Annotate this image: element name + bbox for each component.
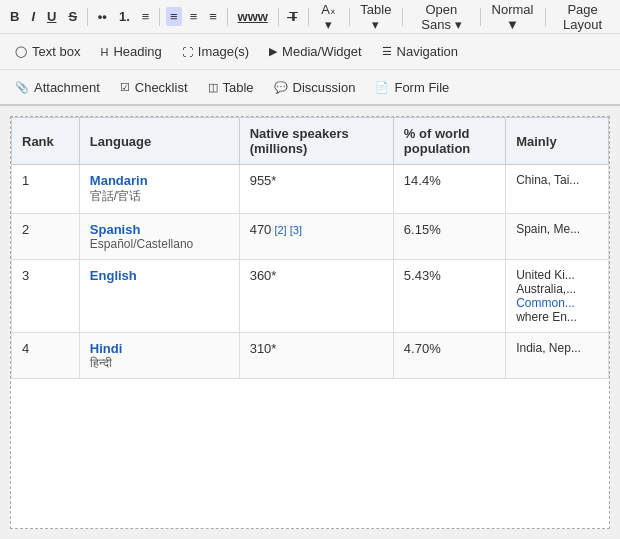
- mainly-column-header: Mainly: [506, 118, 609, 165]
- percent-column-header: % of worldpopulation: [393, 118, 505, 165]
- mainly-cell: Spain, Me...: [506, 214, 609, 260]
- media-insert-button[interactable]: ▶ Media/Widget: [260, 40, 370, 63]
- mainly-cell: India, Nep...: [506, 333, 609, 379]
- checklist-label: Checklist: [135, 80, 188, 95]
- speakers-cell: 470 [2] [3]: [239, 214, 393, 260]
- layout-button[interactable]: Page Layout: [551, 0, 614, 34]
- content-area: Rank Language Native speakers(millions) …: [10, 116, 610, 529]
- attachment-label: Attachment: [34, 80, 100, 95]
- table-row: 2SpanishEspañol/Castellano470 [2] [3]6.1…: [12, 214, 609, 260]
- language-cell: SpanishEspañol/Castellano: [79, 214, 239, 260]
- align-left-button[interactable]: ≡: [166, 7, 182, 26]
- table-label: Table: [223, 80, 254, 95]
- table-icon: ◫: [208, 81, 218, 94]
- separator7: [402, 8, 403, 26]
- toolbar-row1: B I U S •• 1. ≡ ≡ ≡ ≡ www T̶ Aₓ ▾ Table …: [0, 0, 620, 34]
- speakers-cell: 310*: [239, 333, 393, 379]
- align-center-button[interactable]: ≡: [186, 7, 202, 26]
- language-link[interactable]: Mandarin: [90, 173, 148, 188]
- formfile-icon: 📄: [375, 81, 389, 94]
- rank-cell: 2: [12, 214, 80, 260]
- ordered-list-button[interactable]: 1.: [115, 7, 134, 26]
- separator4: [278, 8, 279, 26]
- table-dropdown[interactable]: Table ▾: [355, 0, 396, 34]
- toolbar-row3: 📎 Attachment ☑ Checklist ◫ Table 💬 Discu…: [0, 70, 620, 106]
- toolbar-row2: ◯ Text box H Heading ⛶ Image(s) ▶ Media/…: [0, 34, 620, 70]
- image-insert-button[interactable]: ⛶ Image(s): [173, 40, 258, 63]
- bold-button[interactable]: B: [6, 7, 23, 26]
- ref-link[interactable]: [2]: [271, 224, 286, 236]
- table-row: 4Hindiहिन्दी310*4.70%India, Nep...: [12, 333, 609, 379]
- navigation-label: Navigation: [397, 44, 458, 59]
- heading-icon: H: [100, 46, 108, 58]
- language-link[interactable]: Spanish: [90, 222, 141, 237]
- align-right-button[interactable]: ≡: [205, 7, 221, 26]
- image-label: Image(s): [198, 44, 249, 59]
- languages-table: Rank Language Native speakers(millions) …: [11, 117, 609, 379]
- italic-button[interactable]: I: [27, 7, 39, 26]
- rank-column-header: Rank: [12, 118, 80, 165]
- media-label: Media/Widget: [282, 44, 361, 59]
- indent-button[interactable]: ≡: [138, 7, 154, 26]
- font-dropdown[interactable]: Open Sans ▾: [409, 0, 474, 34]
- mainly-cell: United Ki... Australia,... Common... whe…: [506, 260, 609, 333]
- percent-cell: 5.43%: [393, 260, 505, 333]
- language-native: हिन्दी: [90, 356, 229, 370]
- attachment-icon: 📎: [15, 81, 29, 94]
- rank-cell: 3: [12, 260, 80, 333]
- format-dropdown[interactable]: Aₓ ▾: [314, 0, 342, 34]
- navigation-insert-button[interactable]: ☰ Navigation: [373, 40, 467, 63]
- discussion-insert-button[interactable]: 💬 Discussion: [265, 76, 365, 99]
- language-column-header: Language: [79, 118, 239, 165]
- mainly-cell: China, Tai...: [506, 165, 609, 214]
- checklist-icon: ☑: [120, 81, 130, 94]
- textbox-label: Text box: [32, 44, 80, 59]
- media-icon: ▶: [269, 45, 277, 58]
- percent-cell: 4.70%: [393, 333, 505, 379]
- separator2: [159, 8, 160, 26]
- formfile-insert-button[interactable]: 📄 Form File: [366, 76, 458, 99]
- underline-button[interactable]: U: [43, 7, 60, 26]
- checklist-insert-button[interactable]: ☑ Checklist: [111, 76, 197, 99]
- formfile-label: Form File: [394, 80, 449, 95]
- speakers-cell: 955*: [239, 165, 393, 214]
- language-link[interactable]: Hindi: [90, 341, 123, 356]
- separator3: [227, 8, 228, 26]
- table-insert-button[interactable]: ◫ Table: [199, 76, 263, 99]
- attachment-insert-button[interactable]: 📎 Attachment: [6, 76, 109, 99]
- strikethrough-button[interactable]: S: [64, 7, 81, 26]
- percent-cell: 6.15%: [393, 214, 505, 260]
- ref-link[interactable]: [3]: [287, 224, 302, 236]
- textbox-icon: ◯: [15, 45, 27, 58]
- percent-cell: 14.4%: [393, 165, 505, 214]
- separator1: [87, 8, 88, 26]
- commonwealth-link[interactable]: Common...: [516, 296, 575, 310]
- language-link[interactable]: English: [90, 268, 137, 283]
- separator8: [480, 8, 481, 26]
- language-native: Español/Castellano: [90, 237, 229, 251]
- table-header-row: Rank Language Native speakers(millions) …: [12, 118, 609, 165]
- language-cell: Mandarin官話/官话: [79, 165, 239, 214]
- unordered-list-button[interactable]: ••: [94, 7, 111, 26]
- rank-cell: 1: [12, 165, 80, 214]
- link-button[interactable]: www: [234, 7, 272, 26]
- discussion-icon: 💬: [274, 81, 288, 94]
- speakers-cell: 360*: [239, 260, 393, 333]
- language-native: 官話/官话: [90, 188, 229, 205]
- heading-insert-button[interactable]: H Heading: [91, 40, 170, 63]
- style-dropdown[interactable]: Normal ▼: [486, 0, 538, 34]
- separator6: [349, 8, 350, 26]
- language-cell: Hindiहिन्दी: [79, 333, 239, 379]
- heading-label: Heading: [113, 44, 161, 59]
- image-icon: ⛶: [182, 46, 193, 58]
- table-row: 1Mandarin官話/官话955*14.4%China, Tai...: [12, 165, 609, 214]
- table-row: 3English360*5.43%United Ki... Australia,…: [12, 260, 609, 333]
- discussion-label: Discussion: [293, 80, 356, 95]
- rank-cell: 4: [12, 333, 80, 379]
- clear-format-button[interactable]: T̶: [285, 7, 302, 26]
- textbox-insert-button[interactable]: ◯ Text box: [6, 40, 89, 63]
- nav-icon: ☰: [382, 45, 392, 58]
- language-cell: English: [79, 260, 239, 333]
- separator9: [545, 8, 546, 26]
- separator5: [308, 8, 309, 26]
